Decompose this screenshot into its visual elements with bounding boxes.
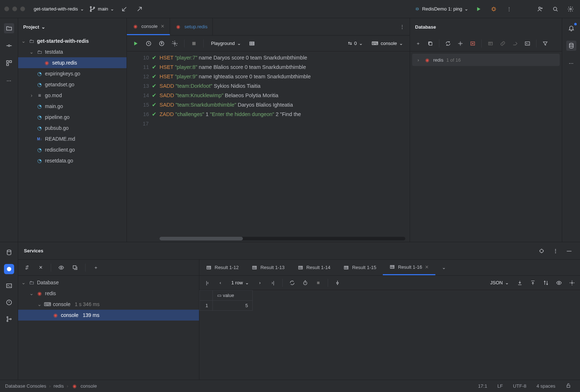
console-open-icon[interactable] — [522, 38, 533, 49]
readonly-lock-icon[interactable] — [562, 383, 575, 389]
commit-tool-icon[interactable] — [4, 41, 14, 51]
open-new-icon[interactable] — [70, 263, 80, 273]
minimize-icon[interactable]: — — [564, 246, 574, 256]
stop-button[interactable] — [189, 38, 199, 49]
database-tool-icon[interactable] — [4, 247, 14, 257]
project-tree[interactable]: ⌄ 🗀 get-started-with-redis ⌄ 🗀 testdata … — [18, 36, 127, 242]
run-config-selector[interactable]: ⛭ RedisDemo 1: ping ⌄ — [415, 6, 468, 12]
svc-console-result[interactable]: ◉ console 139 ms — [18, 310, 199, 321]
expand-collapse-icon[interactable]: ⇵ — [22, 263, 32, 273]
tab-setup[interactable]: ◉ setup.redis — [170, 18, 213, 35]
add-datasource-icon[interactable]: ＋ — [413, 38, 423, 49]
caret-position[interactable]: 17:1 — [475, 383, 491, 389]
download-icon[interactable] — [515, 278, 525, 288]
settings-icon[interactable] — [170, 38, 180, 49]
show-icon[interactable] — [56, 263, 66, 273]
result-tab[interactable]: Result 1-13 — [245, 260, 291, 275]
debug-button[interactable] — [489, 4, 499, 14]
history-icon[interactable] — [144, 38, 154, 49]
tree-file[interactable]: ◔redisclient.go — [18, 144, 127, 155]
search-icon[interactable] — [550, 4, 560, 14]
filter-icon[interactable] — [540, 38, 550, 49]
cell-value[interactable]: 5 — [213, 301, 253, 311]
jump-icon[interactable] — [510, 38, 520, 49]
close-icon[interactable]: ✕ — [425, 264, 429, 270]
notifications-icon[interactable] — [566, 23, 576, 33]
format-selector[interactable]: JSON⌄ — [487, 278, 512, 287]
settings-icon[interactable] — [566, 4, 576, 14]
svc-console[interactable]: ⌄ ⌨ console 1 s 346 ms — [18, 299, 199, 310]
project-selector[interactable]: get-started-with-redis ⌄ — [34, 6, 84, 12]
tx-selector[interactable]: ⇆0⌄ — [345, 39, 366, 48]
run-button[interactable] — [473, 4, 484, 14]
services-tree[interactable]: ⌄ 🗀 Database ⌄ ◉ redis ⌄ ⌨ — [18, 276, 199, 380]
tab-more-icon[interactable]: ⋮ — [395, 18, 410, 35]
line-separator[interactable]: LF — [494, 383, 506, 389]
tree-file[interactable]: ◔main.go — [18, 101, 127, 112]
disconnect-icon[interactable] — [468, 38, 478, 49]
stop-icon[interactable] — [313, 278, 323, 288]
window-controls[interactable] — [4, 7, 25, 11]
settings-icon[interactable] — [567, 278, 577, 288]
structure-tool-icon[interactable] — [4, 58, 14, 68]
table-icon[interactable] — [485, 38, 496, 49]
terminal-tool-icon[interactable] — [4, 281, 14, 291]
code-with-me-icon[interactable] — [535, 4, 545, 14]
pull-icon[interactable] — [119, 4, 129, 14]
playground-mode-selector[interactable]: Playground⌄ — [208, 39, 244, 48]
view-icon[interactable] — [554, 278, 564, 288]
row-count-selector[interactable]: 1 row⌄ — [228, 278, 252, 287]
tree-file[interactable]: ◔getandset.go — [18, 79, 127, 90]
tab-console[interactable]: ◉ console ✕ — [127, 18, 170, 35]
datasource-row[interactable]: › ◉ redis 1 of 16 — [412, 54, 560, 66]
tree-file[interactable]: M↓README.md — [18, 133, 127, 144]
project-tool-icon[interactable] — [4, 23, 14, 33]
close-icon[interactable]: ✕ — [161, 24, 165, 29]
add-icon[interactable]: ＋ — [91, 263, 101, 273]
result-tab[interactable]: Result 1-15 — [337, 260, 382, 275]
tree-file[interactable]: ◔pipeline.go — [18, 112, 127, 123]
push-icon[interactable] — [134, 4, 145, 14]
more-actions-icon[interactable]: ⋮ — [504, 4, 514, 14]
prev-page-icon[interactable]: ‹ — [215, 278, 225, 288]
tree-file[interactable]: ›≡go.mod — [18, 90, 127, 101]
compare-icon[interactable] — [541, 278, 551, 288]
breadcrumb[interactable]: redis — [54, 383, 64, 389]
tree-file[interactable]: ◔expiringkeys.go — [18, 68, 127, 79]
encoding[interactable]: UTF-8 — [509, 383, 530, 389]
grid-view-icon[interactable] — [247, 38, 257, 49]
stopwatch-icon[interactable] — [300, 278, 310, 288]
refresh-icon[interactable] — [443, 38, 453, 49]
explain-plan-icon[interactable] — [157, 38, 167, 49]
duplicate-icon[interactable] — [425, 38, 435, 49]
execute-button[interactable] — [130, 38, 141, 49]
result-tab[interactable]: Result 1-14 — [291, 260, 337, 275]
problems-tool-icon[interactable] — [4, 297, 14, 308]
close-icon[interactable]: ✕ — [36, 263, 46, 273]
tabs-overflow[interactable]: ⌄ — [435, 260, 452, 275]
session-selector[interactable]: ⌨console⌄ — [369, 39, 406, 48]
tree-file[interactable]: ◔pubsub.go — [18, 123, 127, 133]
reload-icon[interactable] — [287, 278, 297, 288]
database-tool-icon[interactable] — [566, 41, 576, 51]
branch-selector[interactable]: main ⌄ — [89, 6, 114, 12]
first-page-icon[interactable]: |‹ — [202, 278, 212, 288]
target-icon[interactable] — [536, 246, 547, 256]
more-tools-icon[interactable]: ⋯ — [4, 75, 14, 86]
code-editor[interactable]: 10✔11✔12✔13✔14✔15✔16✔17 HSET "player:7" … — [127, 51, 410, 242]
more-icon[interactable]: ⋮ — [550, 246, 560, 256]
tree-root[interactable]: ⌄ 🗀 get-started-with-redis — [18, 36, 127, 46]
indent[interactable]: 4 spaces — [533, 383, 559, 389]
result-tab[interactable]: Result 1-12 — [199, 260, 245, 275]
git-tool-icon[interactable] — [4, 314, 14, 324]
horizontal-scrollbar[interactable] — [160, 237, 405, 240]
link-icon[interactable] — [498, 38, 508, 49]
svc-redis[interactable]: ⌄ ◉ redis — [18, 288, 199, 299]
svc-database[interactable]: ⌄ 🗀 Database — [18, 277, 199, 288]
pin-icon[interactable] — [332, 278, 343, 288]
tree-file[interactable]: ◔resetdata.go — [18, 155, 127, 166]
more-tools-icon[interactable]: ⋯ — [566, 58, 576, 68]
next-page-icon[interactable]: › — [255, 278, 265, 288]
properties-icon[interactable] — [455, 38, 465, 49]
upload-icon[interactable] — [528, 278, 538, 288]
